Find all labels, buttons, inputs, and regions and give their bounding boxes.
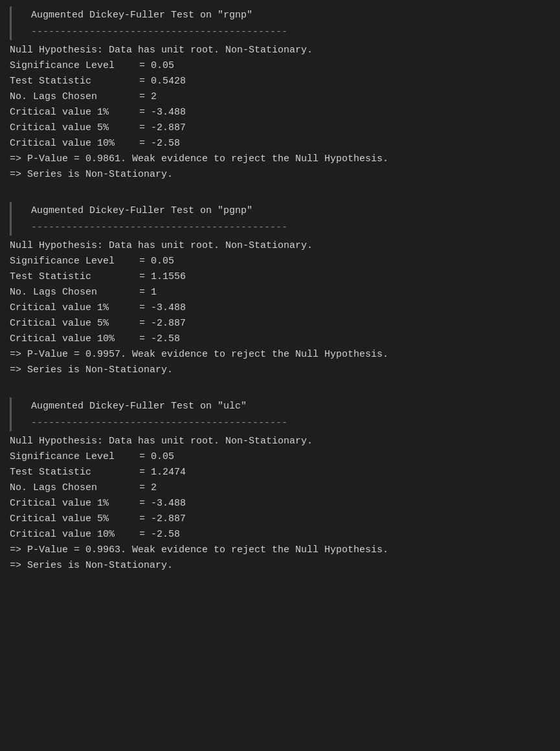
null-hypothesis-rgnp: Null Hypothesis: Data has unit root. Non… [10, 43, 550, 58]
conclusion-line-pgnp: => Series is Non-Stationary. [10, 363, 550, 378]
test-header-rgnp: Augmented Dickey-Fuller Test on "rgnp" -… [10, 6, 550, 40]
test-block-ulc: Augmented Dickey-Fuller Test on "ulc" --… [10, 398, 550, 574]
cv5-line-rgnp: Critical value 5%= -2.887 [10, 120, 550, 136]
conclusion-line-rgnp: => Series is Non-Stationary. [10, 167, 550, 183]
test-body-pgnp: Null Hypothesis: Data has unit root. Non… [10, 238, 550, 378]
pvalue-line-pgnp: => P-Value = 0.9957. Weak evidence to re… [10, 347, 550, 363]
significance-line-ulc: Significance Level= 0.05 [10, 449, 550, 465]
test-divider-pgnp: ----------------------------------------… [31, 220, 550, 236]
pvalue-line-ulc: => P-Value = 0.9963. Weak evidence to re… [10, 543, 550, 558]
null-hypothesis-pgnp: Null Hypothesis: Data has unit root. Non… [10, 238, 550, 254]
test-title-pgnp: Augmented Dickey-Fuller Test on "pgnp" [31, 202, 550, 220]
test-block-pgnp: Augmented Dickey-Fuller Test on "pgnp" -… [10, 202, 550, 378]
significance-line-pgnp: Significance Level= 0.05 [10, 254, 550, 269]
test-body-rgnp: Null Hypothesis: Data has unit root. Non… [10, 43, 550, 183]
lags-line-pgnp: No. Lags Chosen= 1 [10, 285, 550, 300]
pvalue-line-rgnp: => P-Value = 0.9861. Weak evidence to re… [10, 151, 550, 167]
cv10-line-pgnp: Critical value 10%= -2.58 [10, 331, 550, 347]
cv10-line-ulc: Critical value 10%= -2.58 [10, 527, 550, 543]
test-divider-rgnp: ----------------------------------------… [31, 25, 550, 40]
test-block-rgnp: Augmented Dickey-Fuller Test on "rgnp" -… [10, 6, 550, 183]
statistic-line-pgnp: Test Statistic= 1.1556 [10, 269, 550, 285]
cv10-line-rgnp: Critical value 10%= -2.58 [10, 136, 550, 151]
cv1-line-pgnp: Critical value 1%= -3.488 [10, 300, 550, 316]
test-body-ulc: Null Hypothesis: Data has unit root. Non… [10, 434, 550, 574]
statistic-line-ulc: Test Statistic= 1.2474 [10, 465, 550, 480]
test-divider-ulc: ----------------------------------------… [31, 416, 550, 431]
test-title-rgnp: Augmented Dickey-Fuller Test on "rgnp" [31, 6, 550, 25]
conclusion-line-ulc: => Series is Non-Stationary. [10, 558, 550, 574]
significance-line-rgnp: Significance Level= 0.05 [10, 58, 550, 74]
main-content: Augmented Dickey-Fuller Test on "rgnp" -… [10, 6, 550, 574]
null-hypothesis-ulc: Null Hypothesis: Data has unit root. Non… [10, 434, 550, 449]
cv1-line-rgnp: Critical value 1%= -3.488 [10, 105, 550, 120]
test-title-ulc: Augmented Dickey-Fuller Test on "ulc" [31, 398, 550, 416]
lags-line-rgnp: No. Lags Chosen= 2 [10, 89, 550, 105]
lags-line-ulc: No. Lags Chosen= 2 [10, 480, 550, 496]
statistic-line-rgnp: Test Statistic= 0.5428 [10, 74, 550, 89]
test-header-ulc: Augmented Dickey-Fuller Test on "ulc" --… [10, 398, 550, 431]
cv5-line-pgnp: Critical value 5%= -2.887 [10, 316, 550, 331]
cv1-line-ulc: Critical value 1%= -3.488 [10, 496, 550, 511]
cv5-line-ulc: Critical value 5%= -2.887 [10, 511, 550, 527]
test-header-pgnp: Augmented Dickey-Fuller Test on "pgnp" -… [10, 202, 550, 236]
